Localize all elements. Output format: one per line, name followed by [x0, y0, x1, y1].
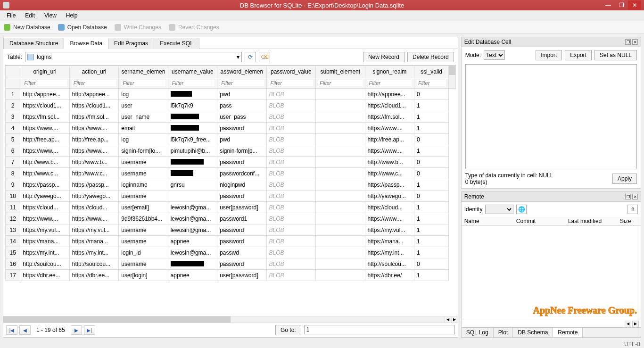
tab-execute-sql[interactable]: Execute SQL: [154, 38, 199, 49]
table-row[interactable]: 1http://appnee...http://appnee...log pwd…: [6, 89, 456, 100]
filter-submit-element[interactable]: [318, 80, 362, 86]
goto-input[interactable]: [304, 325, 455, 334]
table-row[interactable]: 9https://passp...https://passp...loginna…: [6, 179, 456, 191]
tab-plot[interactable]: Plot: [494, 328, 513, 337]
write-icon: [115, 24, 121, 31]
tab-remote[interactable]: Remote: [553, 328, 583, 337]
table-row[interactable]: 8http://www.c...http://www.c...username …: [6, 168, 456, 179]
apply-button[interactable]: Apply: [612, 174, 637, 184]
table-row[interactable]: 11https://cloud...https://cloud...user[e…: [6, 202, 456, 213]
col-signon-realm[interactable]: signon_realm: [365, 66, 414, 77]
filter-password-value[interactable]: [269, 80, 313, 86]
first-page-button[interactable]: |◀: [6, 325, 17, 335]
new-database-button[interactable]: New Database: [4, 24, 50, 31]
refresh-identity-button[interactable]: 🌐: [516, 205, 527, 214]
encoding-status: UTF-8: [624, 341, 640, 348]
write-changes-button[interactable]: Write Changes: [115, 24, 161, 31]
set-null-button[interactable]: Set as NULL: [594, 50, 637, 60]
edit-cell-header: Edit Database Cell ❐ ✕: [461, 37, 641, 47]
watermark: AppNee Freeware Group.: [533, 305, 637, 316]
close-button[interactable]: ✕: [628, 0, 641, 10]
remote-horizontal-scrollbar[interactable]: ◀▶: [462, 320, 641, 327]
undock-icon[interactable]: ❐: [625, 39, 631, 45]
col-username-element[interactable]: sername_elemen: [119, 66, 168, 77]
menu-help[interactable]: Help: [61, 11, 83, 20]
delete-record-button[interactable]: Delete Record: [407, 52, 454, 62]
close-remote-icon[interactable]: ✕: [632, 194, 638, 199]
remote-header: Remote ❐ ✕: [461, 191, 641, 202]
maximize-button[interactable]: ❐: [615, 0, 628, 10]
tab-sql-log[interactable]: SQL Log: [462, 328, 494, 337]
tab-db-schema[interactable]: DB Schema: [513, 328, 553, 337]
identity-label: Identity: [464, 206, 483, 213]
push-button[interactable]: ⇧: [627, 205, 638, 214]
identity-select[interactable]: [485, 205, 513, 214]
menu-file[interactable]: File: [2, 11, 20, 20]
table-label: Table:: [7, 54, 22, 60]
data-grid: origin_url action_url sername_elemen use…: [5, 65, 456, 316]
col-username-value[interactable]: username_value: [168, 66, 217, 77]
menu-edit[interactable]: Edit: [20, 11, 40, 20]
filter-password-element[interactable]: [220, 80, 264, 86]
filter-row: [6, 77, 456, 89]
col-action-url[interactable]: action_url: [69, 66, 118, 77]
undock-remote-icon[interactable]: ❐: [625, 194, 631, 199]
table-select[interactable]: logins ▾: [25, 52, 242, 62]
page-info: 1 - 19 of 65: [33, 327, 69, 333]
refresh-button[interactable]: ⟳: [245, 52, 256, 62]
filter-origin-url[interactable]: [23, 80, 66, 86]
app-icon: [3, 2, 9, 8]
prev-page-button[interactable]: ◀: [19, 325, 31, 335]
filter-ssl-valid[interactable]: [417, 80, 446, 86]
status-bar: UTF-8: [0, 340, 644, 348]
table-row[interactable]: 5http://free.ap...http://free.ap...logl5…: [6, 134, 456, 145]
table-row[interactable]: 14https://mana...https://mana...username…: [6, 236, 456, 247]
table-row[interactable]: 6https://www....https://www....signin-fo…: [6, 145, 456, 157]
col-ssl-valid[interactable]: ssl_valid: [414, 66, 448, 77]
last-page-button[interactable]: ▶|: [84, 325, 95, 335]
globe-icon: 🌐: [518, 206, 525, 213]
next-page-button[interactable]: ▶: [71, 325, 82, 335]
filter-username-value[interactable]: [171, 80, 215, 86]
import-button[interactable]: Import: [536, 50, 562, 60]
minimize-button[interactable]: —: [602, 0, 615, 10]
filter-action-url[interactable]: [72, 80, 116, 86]
table-row[interactable]: 2https://cloud1...https://cloud1...userl…: [6, 100, 456, 111]
col-submit-element[interactable]: submit_element: [316, 66, 365, 77]
table-row[interactable]: 7http://www.b...http://www.b...username …: [6, 157, 456, 168]
table-row[interactable]: 17https://dbr.ee...https://dbr.ee...user…: [6, 270, 456, 281]
col-password-element[interactable]: assword_elemen: [217, 66, 266, 77]
close-panel-icon[interactable]: ✕: [632, 39, 638, 45]
col-password-value[interactable]: password_value: [266, 66, 315, 77]
remote-panel: Identity 🌐 ⇧ Name Commit Last modified S…: [461, 202, 641, 328]
tab-browse-data[interactable]: Browse Data: [64, 38, 108, 49]
filter-signon-realm[interactable]: [368, 80, 412, 86]
table-row[interactable]: 3https://fm.sol...https://fm.sol...user_…: [6, 111, 456, 123]
table-row[interactable]: 4https://www....https://www....email pas…: [6, 123, 456, 134]
export-button[interactable]: Export: [565, 50, 592, 60]
table-row[interactable]: 12https://www....https://www....9d9f3626…: [6, 213, 456, 224]
mode-select[interactable]: Text: [484, 50, 505, 60]
tab-edit-pragmas[interactable]: Edit Pragmas: [108, 38, 154, 49]
cell-edit-area[interactable]: [465, 64, 637, 169]
table-icon: [27, 54, 34, 60]
open-database-button[interactable]: Open Database: [58, 24, 107, 31]
menu-view[interactable]: View: [40, 11, 61, 20]
vertical-scrollbar[interactable]: [449, 66, 455, 88]
cell-type-info: Type of data currently in cell: NULL: [465, 172, 612, 179]
table-row[interactable]: 10http://yawego...http://yawego...userna…: [6, 191, 456, 202]
col-origin-url[interactable]: origin_url: [20, 66, 69, 77]
title-bar: DB Browser for SQLite - E:\Export\Deskto…: [0, 0, 644, 10]
bottom-tabs: SQL Log Plot DB Schema Remote: [461, 327, 641, 338]
table-row[interactable]: 16http://soulcou...http://soulcou...user…: [6, 258, 456, 270]
filter-username-element[interactable]: [121, 80, 165, 86]
clear-filters-button[interactable]: ⌫: [259, 52, 270, 62]
table-row[interactable]: 15https://my.int...https://my.int...logi…: [6, 247, 456, 258]
new-record-button[interactable]: New Record: [363, 52, 405, 62]
goto-button[interactable]: Go to:: [275, 325, 301, 335]
filter-clear-icon: ⌫: [261, 54, 269, 60]
tab-database-structure[interactable]: Database Structure: [3, 38, 64, 49]
table-row[interactable]: 13https://my.vul...https://my.vul...user…: [6, 224, 456, 236]
horizontal-scrollbar[interactable]: ◀▶: [3, 316, 458, 323]
revert-changes-button[interactable]: Revert Changes: [169, 24, 219, 31]
